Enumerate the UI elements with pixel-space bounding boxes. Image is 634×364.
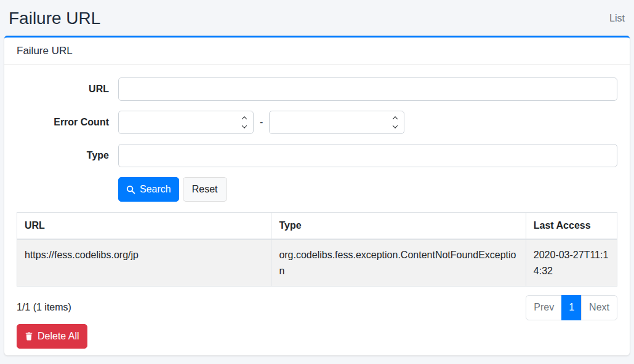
- search-icon: [126, 185, 135, 194]
- breadcrumb-item-list: List: [609, 13, 625, 23]
- error-count-from-input[interactable]: [118, 111, 254, 134]
- url-form-row: URL: [17, 77, 617, 101]
- cell-url: https://fess.codelibs.org/jp: [17, 239, 271, 287]
- error-count-form-row: Error Count -: [17, 111, 617, 134]
- cell-type: org.codelibs.fess.exception.ContentNotFo…: [271, 239, 526, 287]
- card-header: Failure URL: [4, 38, 630, 65]
- table-header-row: URL Type Last Access: [17, 213, 617, 240]
- failure-url-table: URL Type Last Access https://fess.codeli…: [17, 212, 617, 287]
- page-title: Failure URL: [9, 9, 100, 28]
- url-field-wrap: [118, 77, 617, 101]
- search-button-label: Search: [140, 182, 171, 197]
- type-input[interactable]: [118, 144, 617, 167]
- pagination-summary: 1/1 (1 items): [17, 302, 71, 313]
- table-body: https://fess.codelibs.org/jp org.codelib…: [17, 239, 617, 287]
- column-header-type: Type: [271, 213, 526, 240]
- pagination-next-label[interactable]: Next: [581, 295, 617, 320]
- url-label: URL: [17, 84, 118, 95]
- content-header: Failure URL List: [0, 0, 634, 36]
- column-header-url: URL: [17, 213, 271, 240]
- delete-all-button[interactable]: Delete All: [17, 324, 87, 349]
- failure-url-card: Failure URL URL Error Count: [4, 36, 630, 355]
- pagination-page-1[interactable]: 1: [562, 295, 582, 320]
- error-count-from-spinner[interactable]: [243, 117, 246, 128]
- error-count-to-wrap: [269, 111, 404, 134]
- reset-button[interactable]: Reset: [183, 177, 227, 202]
- card-body: URL Error Count -: [4, 65, 630, 361]
- spinner-down-icon[interactable]: [393, 123, 398, 128]
- list-footer: 1/1 (1 items) Prev 1 Next: [17, 295, 617, 320]
- pagination: Prev 1 Next: [526, 295, 617, 320]
- pagination-prev-label[interactable]: Prev: [526, 295, 562, 320]
- type-field-wrap: [118, 144, 617, 167]
- spinner-up-icon[interactable]: [242, 116, 247, 121]
- type-label: Type: [17, 150, 118, 161]
- breadcrumb: List: [609, 13, 625, 24]
- reset-button-label: Reset: [192, 182, 218, 197]
- type-form-row: Type: [17, 144, 617, 167]
- error-count-to-input[interactable]: [269, 111, 404, 134]
- card-title: Failure URL: [17, 45, 73, 57]
- form-buttons-row: Search Reset: [118, 177, 617, 202]
- range-separator: -: [260, 117, 263, 128]
- trash-icon: [25, 331, 33, 341]
- spinner-down-icon[interactable]: [242, 123, 247, 128]
- table-head: URL Type Last Access: [17, 213, 617, 240]
- error-count-field-wrap: -: [118, 111, 617, 134]
- search-button[interactable]: Search: [118, 177, 179, 202]
- table-row[interactable]: https://fess.codelibs.org/jp org.codelib…: [17, 239, 617, 287]
- spinner-up-icon[interactable]: [393, 116, 398, 121]
- url-input[interactable]: [118, 77, 617, 101]
- column-header-last-access: Last Access: [526, 213, 617, 240]
- pagination-next[interactable]: Next: [582, 295, 617, 320]
- delete-all-button-label: Delete All: [38, 329, 79, 344]
- error-count-to-spinner[interactable]: [393, 117, 397, 128]
- cell-last-access: 2020-03-27T11:14:32: [526, 239, 617, 287]
- error-count-label: Error Count: [17, 117, 118, 128]
- page: Failure URL List Failure URL URL Error C…: [0, 0, 634, 355]
- pagination-prev[interactable]: Prev: [526, 295, 562, 320]
- pagination-current-page[interactable]: 1: [561, 295, 582, 320]
- error-count-from-wrap: [118, 111, 254, 134]
